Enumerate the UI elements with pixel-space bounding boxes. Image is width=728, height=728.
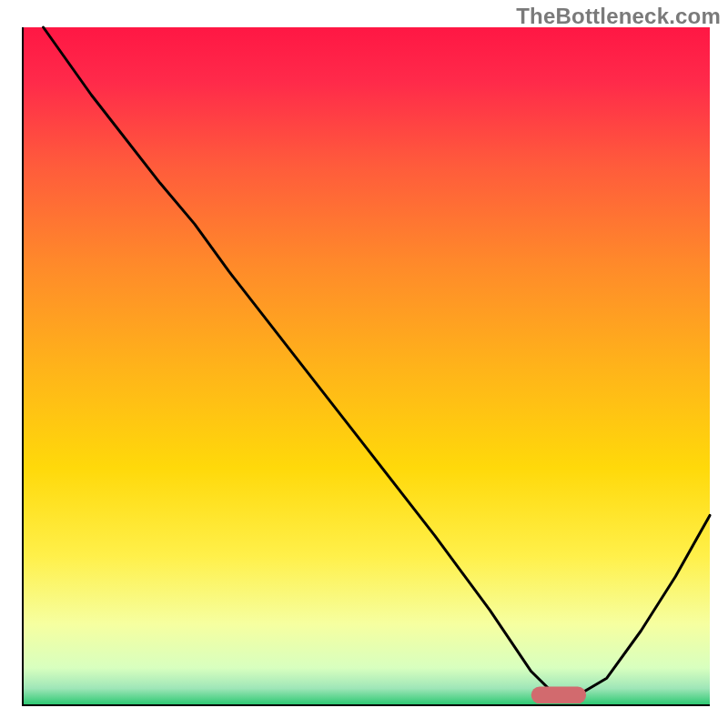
optimal-zone-marker — [531, 687, 586, 704]
watermark-text: TheBottleneck.com — [516, 4, 721, 29]
chart-container: TheBottleneck.com — [0, 0, 728, 728]
bottleneck-chart — [0, 0, 728, 728]
plot-background — [23, 27, 710, 705]
